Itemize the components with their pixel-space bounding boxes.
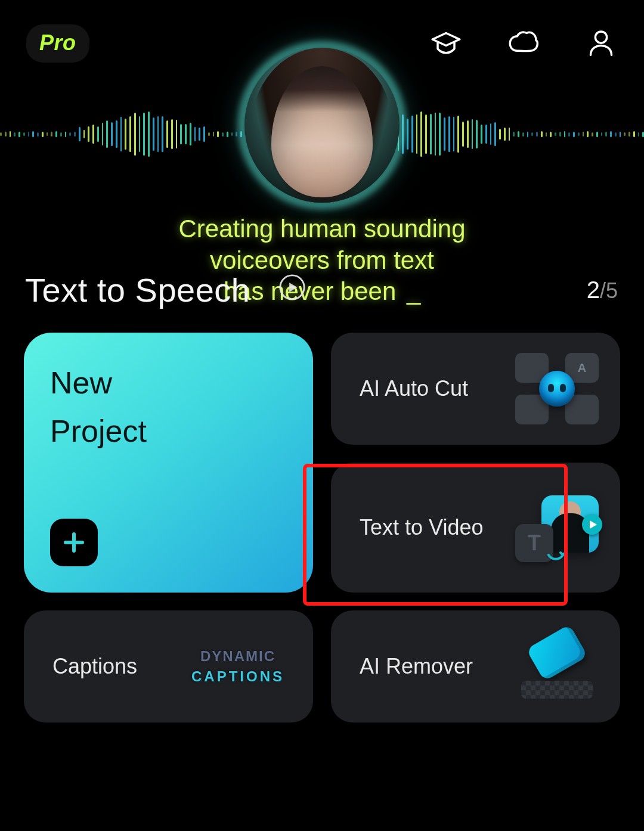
ai-remover-icon <box>515 631 599 702</box>
play-circle-icon[interactable] <box>278 273 306 302</box>
hero-avatar <box>244 48 400 203</box>
hero-overlay-row: Text to Speech 2/5 <box>0 266 644 314</box>
new-project-title: New Project <box>50 359 147 455</box>
captions-thumb-line1: DYNAMIC <box>200 648 275 665</box>
pro-badge[interactable]: Pro <box>26 24 89 63</box>
captions-icon: DYNAMIC CAPTIONS <box>184 631 292 702</box>
ai-auto-cut-label: AI Auto Cut <box>360 376 468 401</box>
ai-auto-cut-card[interactable]: AI Auto Cut A <box>331 333 620 445</box>
captions-label: Captions <box>52 654 137 679</box>
new-project-card[interactable]: New Project <box>24 333 313 593</box>
graduation-cap-icon[interactable] <box>428 26 464 61</box>
cloud-icon[interactable] <box>506 26 541 61</box>
hero-pager: 2/5 <box>587 277 618 303</box>
top-bar: Pro <box>0 23 644 64</box>
pager-current: 2 <box>587 277 600 303</box>
ai-auto-cut-icon: A <box>515 353 599 424</box>
new-project-line2: Project <box>50 414 147 448</box>
plus-icon[interactable] <box>50 519 98 566</box>
captions-thumb-line2: CAPTIONS <box>191 668 284 685</box>
home-grid: New Project AI Auto Cut A Text to Video … <box>0 333 644 831</box>
text-to-video-card[interactable]: Text to Video T <box>331 463 620 593</box>
text-to-video-label: Text to Video <box>360 515 483 540</box>
svg-point-1 <box>595 32 606 43</box>
ai-remover-label: AI Remover <box>360 654 473 679</box>
captions-card[interactable]: Captions DYNAMIC CAPTIONS <box>24 610 313 723</box>
ai-remover-card[interactable]: AI Remover <box>331 610 620 723</box>
pager-total: 5 <box>606 278 618 303</box>
hero-tagline-line1: Creating human sounding <box>179 215 466 243</box>
pro-badge-label: Pro <box>39 30 76 55</box>
new-project-line1: New <box>50 365 112 400</box>
hero-title: Text to Speech <box>25 271 250 309</box>
top-icons <box>428 26 619 61</box>
person-icon[interactable] <box>583 26 619 61</box>
text-to-video-icon: T <box>515 492 599 563</box>
